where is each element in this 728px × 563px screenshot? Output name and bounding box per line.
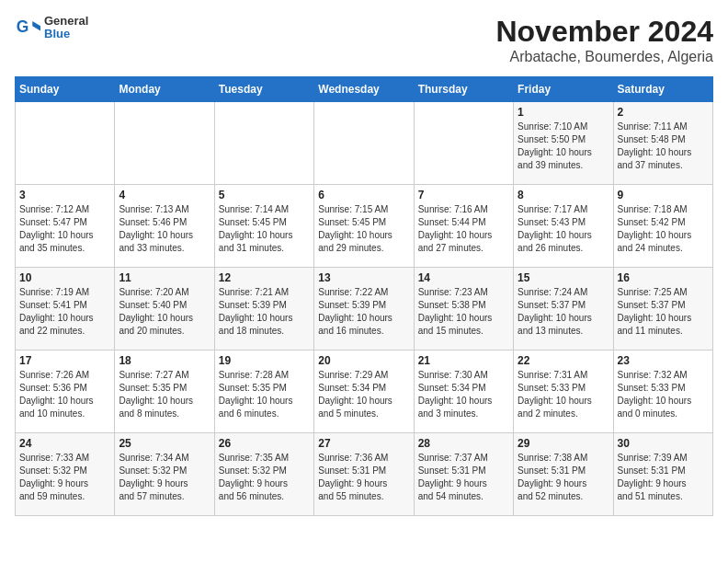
day-info: Sunrise: 7:25 AM Sunset: 5:37 PM Dayligh…	[618, 286, 709, 338]
weekday-header: Saturday	[613, 77, 712, 102]
calendar-cell: 24Sunrise: 7:33 AM Sunset: 5:32 PM Dayli…	[16, 433, 115, 516]
calendar-cell	[414, 102, 513, 185]
calendar-cell: 11Sunrise: 7:20 AM Sunset: 5:40 PM Dayli…	[115, 268, 214, 350]
day-number: 5	[219, 189, 310, 201]
day-info: Sunrise: 7:20 AM Sunset: 5:40 PM Dayligh…	[119, 286, 210, 338]
calendar-cell: 4Sunrise: 7:13 AM Sunset: 5:46 PM Daylig…	[115, 185, 214, 268]
calendar-week-row: 3Sunrise: 7:12 AM Sunset: 5:47 PM Daylig…	[16, 185, 713, 268]
page-header: G General Blue November 2024 Arbatache, …	[15, 15, 713, 65]
day-number: 30	[618, 437, 709, 450]
day-number: 3	[19, 189, 110, 201]
calendar-cell: 9Sunrise: 7:18 AM Sunset: 5:42 PM Daylig…	[613, 185, 712, 268]
logo-line2: Blue	[44, 28, 88, 40]
day-number: 2	[618, 106, 709, 119]
day-number: 15	[518, 271, 609, 284]
calendar-cell	[16, 102, 115, 185]
day-info: Sunrise: 7:12 AM Sunset: 5:47 PM Dayligh…	[19, 203, 110, 255]
day-number: 16	[618, 271, 709, 284]
calendar-cell: 18Sunrise: 7:27 AM Sunset: 5:35 PM Dayli…	[115, 350, 214, 433]
weekday-header: Sunday	[16, 77, 115, 102]
day-info: Sunrise: 7:24 AM Sunset: 5:37 PM Dayligh…	[518, 286, 609, 338]
title-block: November 2024 Arbatache, Boumerdes, Alge…	[495, 15, 713, 65]
day-info: Sunrise: 7:16 AM Sunset: 5:44 PM Dayligh…	[418, 203, 509, 255]
day-info: Sunrise: 7:31 AM Sunset: 5:33 PM Dayligh…	[518, 369, 609, 420]
weekday-header: Friday	[514, 77, 613, 102]
day-number: 20	[318, 354, 409, 367]
calendar-cell: 8Sunrise: 7:17 AM Sunset: 5:43 PM Daylig…	[514, 185, 613, 268]
calendar-cell: 3Sunrise: 7:12 AM Sunset: 5:47 PM Daylig…	[16, 185, 115, 268]
calendar-cell	[314, 102, 414, 185]
day-info: Sunrise: 7:32 AM Sunset: 5:33 PM Dayligh…	[618, 369, 709, 420]
calendar-week-row: 10Sunrise: 7:19 AM Sunset: 5:41 PM Dayli…	[16, 268, 713, 350]
calendar-cell: 25Sunrise: 7:34 AM Sunset: 5:32 PM Dayli…	[115, 433, 214, 516]
day-number: 13	[318, 271, 409, 284]
logo: G General Blue	[15, 15, 88, 41]
day-number: 12	[219, 271, 310, 284]
calendar-cell: 30Sunrise: 7:39 AM Sunset: 5:31 PM Dayli…	[613, 433, 712, 516]
day-info: Sunrise: 7:33 AM Sunset: 5:32 PM Dayligh…	[19, 452, 110, 503]
svg-marker-1	[32, 21, 40, 31]
day-info: Sunrise: 7:19 AM Sunset: 5:41 PM Dayligh…	[19, 286, 110, 338]
calendar-cell	[214, 102, 313, 185]
logo-line1: General	[44, 15, 88, 28]
page-subtitle: Arbatache, Boumerdes, Algeria	[495, 49, 713, 65]
day-info: Sunrise: 7:11 AM Sunset: 5:48 PM Dayligh…	[618, 121, 709, 172]
day-info: Sunrise: 7:29 AM Sunset: 5:34 PM Dayligh…	[318, 369, 409, 420]
calendar-cell: 12Sunrise: 7:21 AM Sunset: 5:39 PM Dayli…	[214, 268, 313, 350]
day-info: Sunrise: 7:18 AM Sunset: 5:42 PM Dayligh…	[618, 203, 709, 255]
svg-text:G: G	[17, 18, 29, 37]
calendar-cell: 27Sunrise: 7:36 AM Sunset: 5:31 PM Dayli…	[314, 433, 414, 516]
day-info: Sunrise: 7:13 AM Sunset: 5:46 PM Dayligh…	[119, 203, 210, 255]
calendar-cell: 22Sunrise: 7:31 AM Sunset: 5:33 PM Dayli…	[514, 350, 613, 433]
day-info: Sunrise: 7:10 AM Sunset: 5:50 PM Dayligh…	[518, 121, 609, 172]
logo-icon: G	[15, 15, 40, 40]
day-info: Sunrise: 7:28 AM Sunset: 5:35 PM Dayligh…	[219, 369, 310, 420]
day-info: Sunrise: 7:38 AM Sunset: 5:31 PM Dayligh…	[518, 452, 609, 503]
weekday-header: Wednesday	[314, 77, 414, 102]
day-number: 6	[318, 189, 409, 201]
day-number: 28	[418, 437, 509, 450]
day-info: Sunrise: 7:34 AM Sunset: 5:32 PM Dayligh…	[119, 452, 210, 503]
calendar-cell: 2Sunrise: 7:11 AM Sunset: 5:48 PM Daylig…	[613, 102, 712, 185]
day-info: Sunrise: 7:17 AM Sunset: 5:43 PM Dayligh…	[518, 203, 609, 255]
day-number: 17	[19, 354, 110, 367]
day-number: 8	[518, 189, 609, 201]
day-info: Sunrise: 7:39 AM Sunset: 5:31 PM Dayligh…	[618, 452, 709, 503]
day-info: Sunrise: 7:35 AM Sunset: 5:32 PM Dayligh…	[219, 452, 310, 503]
calendar-cell: 19Sunrise: 7:28 AM Sunset: 5:35 PM Dayli…	[214, 350, 313, 433]
calendar-table: SundayMondayTuesdayWednesdayThursdayFrid…	[15, 76, 713, 516]
day-number: 29	[518, 437, 609, 450]
day-number: 22	[518, 354, 609, 367]
day-number: 9	[618, 189, 709, 201]
day-info: Sunrise: 7:37 AM Sunset: 5:31 PM Dayligh…	[418, 452, 509, 503]
calendar-cell: 16Sunrise: 7:25 AM Sunset: 5:37 PM Dayli…	[613, 268, 712, 350]
day-info: Sunrise: 7:21 AM Sunset: 5:39 PM Dayligh…	[219, 286, 310, 338]
calendar-cell: 13Sunrise: 7:22 AM Sunset: 5:39 PM Dayli…	[314, 268, 414, 350]
day-number: 26	[219, 437, 310, 450]
day-info: Sunrise: 7:15 AM Sunset: 5:45 PM Dayligh…	[318, 203, 409, 255]
weekday-header-row: SundayMondayTuesdayWednesdayThursdayFrid…	[16, 77, 713, 102]
day-info: Sunrise: 7:36 AM Sunset: 5:31 PM Dayligh…	[318, 452, 409, 503]
day-number: 21	[418, 354, 509, 367]
calendar-cell: 10Sunrise: 7:19 AM Sunset: 5:41 PM Dayli…	[16, 268, 115, 350]
calendar-cell: 7Sunrise: 7:16 AM Sunset: 5:44 PM Daylig…	[414, 185, 513, 268]
day-info: Sunrise: 7:22 AM Sunset: 5:39 PM Dayligh…	[318, 286, 409, 338]
weekday-header: Thursday	[414, 77, 513, 102]
calendar-cell: 14Sunrise: 7:23 AM Sunset: 5:38 PM Dayli…	[414, 268, 513, 350]
calendar-cell: 28Sunrise: 7:37 AM Sunset: 5:31 PM Dayli…	[414, 433, 513, 516]
day-number: 14	[418, 271, 509, 284]
page-title: November 2024	[495, 15, 713, 49]
calendar-week-row: 24Sunrise: 7:33 AM Sunset: 5:32 PM Dayli…	[16, 433, 713, 516]
day-number: 11	[119, 271, 210, 284]
day-info: Sunrise: 7:14 AM Sunset: 5:45 PM Dayligh…	[219, 203, 310, 255]
day-info: Sunrise: 7:23 AM Sunset: 5:38 PM Dayligh…	[418, 286, 509, 338]
calendar-cell: 23Sunrise: 7:32 AM Sunset: 5:33 PM Dayli…	[613, 350, 712, 433]
day-number: 27	[318, 437, 409, 450]
calendar-cell: 15Sunrise: 7:24 AM Sunset: 5:37 PM Dayli…	[514, 268, 613, 350]
day-number: 19	[219, 354, 310, 367]
day-number: 1	[518, 106, 609, 119]
calendar-cell: 6Sunrise: 7:15 AM Sunset: 5:45 PM Daylig…	[314, 185, 414, 268]
day-number: 24	[19, 437, 110, 450]
calendar-cell: 21Sunrise: 7:30 AM Sunset: 5:34 PM Dayli…	[414, 350, 513, 433]
day-number: 25	[119, 437, 210, 450]
